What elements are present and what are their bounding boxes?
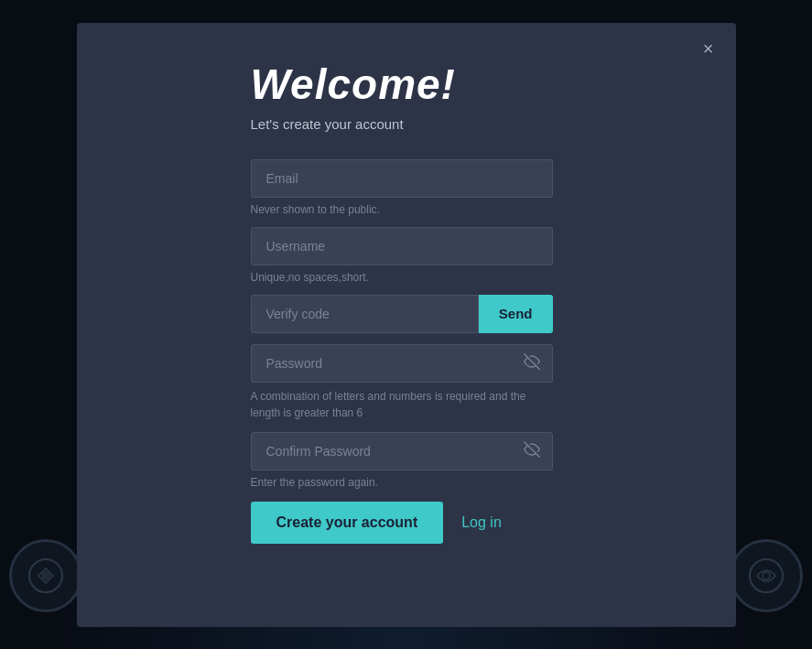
- username-input[interactable]: [251, 227, 553, 265]
- registration-modal: × Welcome! Let's create your account Nev…: [77, 23, 736, 627]
- action-row: Create your account Log in: [251, 502, 553, 544]
- email-input[interactable]: [251, 159, 553, 198]
- email-hint: Never shown to the public.: [251, 203, 553, 216]
- confirm-password-eye-icon[interactable]: [524, 441, 540, 461]
- confirm-password-wrapper: [251, 432, 553, 471]
- password-eye-icon[interactable]: [524, 353, 540, 373]
- password-hint: A combination of letters and numbers is …: [251, 388, 553, 421]
- login-link[interactable]: Log in: [461, 514, 502, 531]
- create-account-button[interactable]: Create your account: [251, 502, 444, 544]
- close-button[interactable]: ×: [696, 36, 721, 61]
- verify-code-row: Send: [251, 295, 553, 333]
- email-wrapper: [251, 159, 553, 198]
- welcome-subtitle: Let's create your account: [251, 116, 553, 132]
- password-wrapper: [251, 344, 553, 383]
- send-code-button[interactable]: Send: [479, 295, 553, 333]
- password-input[interactable]: [251, 344, 553, 383]
- confirm-password-hint: Enter the password again.: [251, 476, 553, 489]
- username-wrapper: [251, 227, 553, 265]
- confirm-password-input[interactable]: [251, 432, 553, 471]
- username-hint: Unique,no spaces,short.: [251, 271, 553, 284]
- verify-code-input[interactable]: [251, 295, 479, 333]
- modal-backdrop: × Welcome! Let's create your account Nev…: [0, 0, 812, 649]
- welcome-title: Welcome!: [251, 59, 553, 109]
